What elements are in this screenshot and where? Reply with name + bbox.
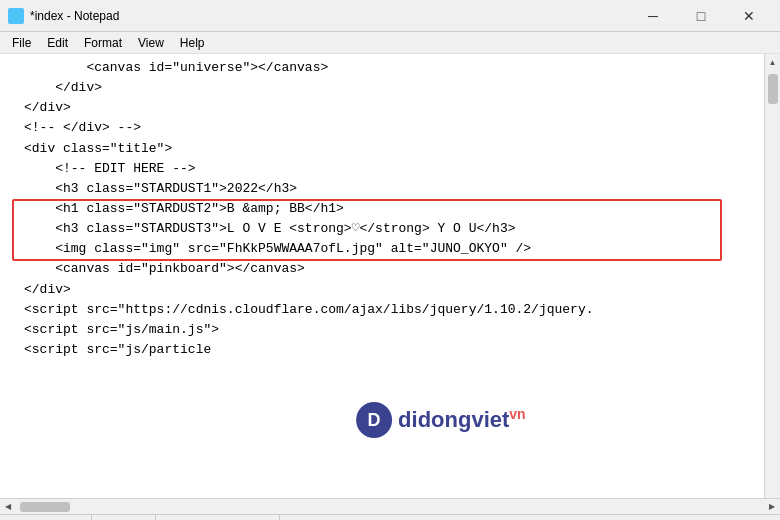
code-line: <!-- </div> -->	[4, 118, 780, 138]
status-zoom: 100%	[112, 515, 156, 520]
menu-format[interactable]: Format	[76, 34, 130, 52]
code-line: <canvas id="pinkboard"></canvas>	[4, 259, 780, 279]
menu-help[interactable]: Help	[172, 34, 213, 52]
app-icon	[8, 8, 24, 24]
code-line: <!-- EDIT HERE -->	[4, 159, 780, 179]
scroll-up-arrow[interactable]: ▲	[765, 54, 781, 70]
menu-bar: File Edit Format View Help	[0, 32, 780, 54]
scroll-right-arrow[interactable]: ▶	[764, 499, 780, 515]
status-encoding: UTF-8	[300, 515, 346, 520]
code-line: <canvas id="universe"></canvas>	[4, 58, 780, 78]
scrollbar-vertical[interactable]: ▲	[764, 54, 780, 498]
menu-edit[interactable]: Edit	[39, 34, 76, 52]
watermark: D didongvietvn	[356, 402, 526, 438]
code-line: <h3 class="STARDUST1">2022</h3>	[4, 179, 780, 199]
code-line: <script src="js/main.js">	[4, 320, 780, 340]
editor-wrapper: <canvas id="universe"></canvas> </div></…	[0, 54, 780, 498]
watermark-brand: didongvietvn	[398, 406, 526, 433]
status-position: Ln 26, Col 39	[8, 515, 92, 520]
code-line: </div>	[4, 98, 780, 118]
watermark-logo: D	[356, 402, 392, 438]
maximize-button[interactable]: □	[678, 2, 724, 30]
scroll-thumb-vertical[interactable]	[768, 74, 778, 104]
code-line: </div>	[4, 280, 780, 300]
scroll-left-arrow[interactable]: ◀	[0, 499, 16, 515]
code-line: </div>	[4, 78, 780, 98]
menu-file[interactable]: File	[4, 34, 39, 52]
watermark-tld: vn	[509, 406, 525, 422]
window-title: *index - Notepad	[30, 9, 630, 23]
code-line: <h3 class="STARDUST3">L O V E <strong>♡<…	[4, 219, 780, 239]
scroll-thumb-horizontal[interactable]	[20, 502, 70, 512]
window-controls: ─ □ ✕	[630, 2, 772, 30]
close-button[interactable]: ✕	[726, 2, 772, 30]
scrollbar-horizontal[interactable]: ◀ ▶	[0, 498, 780, 514]
code-line: <div class="title">	[4, 139, 780, 159]
minimize-button[interactable]: ─	[630, 2, 676, 30]
title-bar: *index - Notepad ─ □ ✕	[0, 0, 780, 32]
code-line: <script src="js/particle	[4, 340, 780, 360]
menu-view[interactable]: View	[130, 34, 172, 52]
code-line: <img class="img" src="FhKkP5WWAAA7ofL.jp…	[4, 239, 780, 259]
code-line: <script src="https://cdnis.cloudflare.co…	[4, 300, 780, 320]
code-line: <h1 class="STARDUST2">B &amp; BB</h1>	[4, 199, 780, 219]
status-bar: Ln 26, Col 39 100% Windows (CRLF) UTF-8	[0, 514, 780, 520]
status-line-ending: Windows (CRLF)	[176, 515, 280, 520]
